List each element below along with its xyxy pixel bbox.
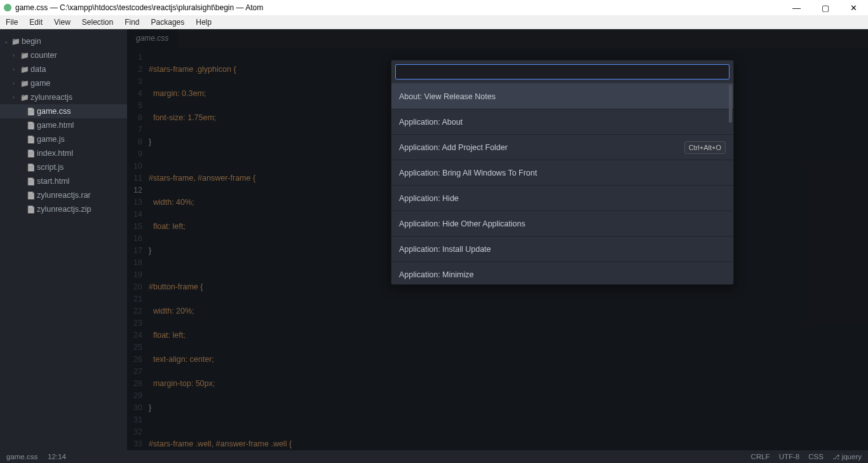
tree-label: zylunreactjs.rar [37, 191, 91, 200]
palette-item-label: Application: Install Update [399, 245, 491, 254]
palette-item[interactable]: Application: Hide [391, 185, 733, 211]
chevron-down-icon: ⌄ [4, 38, 10, 45]
tree-label: game.css [37, 107, 71, 116]
file-icon [25, 177, 37, 186]
tree-label: game [31, 79, 50, 88]
minimize-button[interactable]: — [782, 0, 811, 15]
tree-file[interactable]: game.js [0, 132, 127, 146]
folder-icon [10, 38, 22, 46]
tree-file[interactable]: index.html [0, 146, 127, 160]
close-button[interactable]: ✕ [839, 0, 868, 15]
status-file[interactable]: game.css [6, 453, 37, 460]
palette-item-label: About: View Release Notes [399, 92, 496, 101]
palette-item[interactable]: Application: About [391, 109, 733, 134]
file-icon [25, 191, 37, 200]
tree-label: zylunreactjs.zip [37, 205, 91, 214]
menu-file[interactable]: File [0, 18, 24, 27]
tree-label: start.html [37, 177, 69, 186]
tree-file[interactable]: zylunreactjs.rar [0, 188, 127, 202]
tree-file[interactable]: game.css [0, 104, 127, 118]
folder-icon [19, 79, 31, 88]
menu-bar: File Edit View Selection Find Packages H… [0, 15, 868, 29]
palette-item-label: Application: Hide [399, 194, 459, 203]
file-icon [25, 205, 37, 214]
chevron-right-icon: › [13, 52, 19, 59]
menu-selection[interactable]: Selection [76, 18, 119, 27]
maximize-button[interactable]: ▢ [811, 0, 839, 15]
tree-file[interactable]: start.html [0, 174, 127, 188]
file-icon [25, 107, 37, 116]
palette-item-label: Application: About [399, 118, 463, 127]
menu-edit[interactable]: Edit [24, 18, 48, 27]
palette-item-label: Application: Add Project Folder [399, 143, 508, 152]
window-title: game.css — C:\xampp\htdocs\testcodes\rea… [15, 3, 263, 12]
file-icon [25, 149, 37, 158]
file-icon [25, 163, 37, 172]
tree-file[interactable]: game.html [0, 118, 127, 132]
tree-label: zylunreactjs [31, 93, 72, 102]
tree-label: counter [31, 51, 57, 60]
tree-file[interactable]: script.js [0, 160, 127, 174]
tree-label: script.js [37, 163, 64, 172]
tree-label: data [31, 65, 46, 74]
palette-item[interactable]: Application: Hide Other Applications [391, 211, 733, 236]
command-palette-input[interactable] [395, 64, 729, 79]
atom-logo-icon [4, 4, 11, 11]
tree-folder[interactable]: ›data [0, 62, 127, 76]
tree-file[interactable]: zylunreactjs.zip [0, 202, 127, 216]
tree-label: game.js [37, 135, 65, 144]
editor-pane: game.css 12345 678910 1112131415 1617181… [127, 29, 868, 450]
chevron-right-icon: › [13, 80, 19, 86]
palette-item[interactable]: Application: Minimize [391, 261, 733, 284]
window-titlebar: game.css — C:\xampp\htdocs\testcodes\rea… [0, 0, 868, 15]
folder-icon [19, 93, 31, 102]
palette-item[interactable]: About: View Release Notes [391, 83, 733, 109]
status-cursor[interactable]: 12:14 [48, 453, 66, 460]
keybinding-hint: Ctrl+Alt+O [684, 141, 726, 154]
menu-packages[interactable]: Packages [146, 18, 191, 27]
palette-item[interactable]: Application: Install Update [391, 236, 733, 261]
scrollbar-thumb[interactable] [729, 85, 732, 123]
tree-view: ⌄ begin ›counter ›data ›game ›zylunreact… [0, 29, 127, 450]
menu-find[interactable]: Find [119, 18, 145, 27]
tree-folder[interactable]: ›counter [0, 48, 127, 62]
menu-view[interactable]: View [48, 18, 76, 27]
tree-label: index.html [37, 149, 73, 158]
tree-root-label: begin [22, 37, 41, 46]
chevron-right-icon: › [13, 94, 19, 100]
palette-item-label: Application: Hide Other Applications [399, 219, 526, 228]
folder-icon [19, 52, 31, 60]
tree-folder[interactable]: ›zylunreactjs [0, 90, 127, 104]
folder-icon [19, 66, 31, 74]
file-icon [25, 135, 37, 144]
chevron-right-icon: › [13, 66, 19, 73]
tree-root[interactable]: ⌄ begin [0, 34, 127, 48]
file-icon [25, 121, 37, 130]
palette-item[interactable]: Application: Add Project FolderCtrl+Alt+… [391, 134, 733, 160]
command-palette: About: View Release Notes Application: A… [391, 60, 734, 285]
palette-item[interactable]: Application: Bring All Windows To Front [391, 160, 733, 185]
tree-label: game.html [37, 121, 74, 130]
command-palette-list: About: View Release Notes Application: A… [391, 83, 733, 284]
palette-item-label: Application: Bring All Windows To Front [399, 169, 537, 177]
palette-item-label: Application: Minimize [399, 270, 473, 279]
menu-help[interactable]: Help [190, 18, 217, 27]
tree-folder[interactable]: ›game [0, 76, 127, 90]
